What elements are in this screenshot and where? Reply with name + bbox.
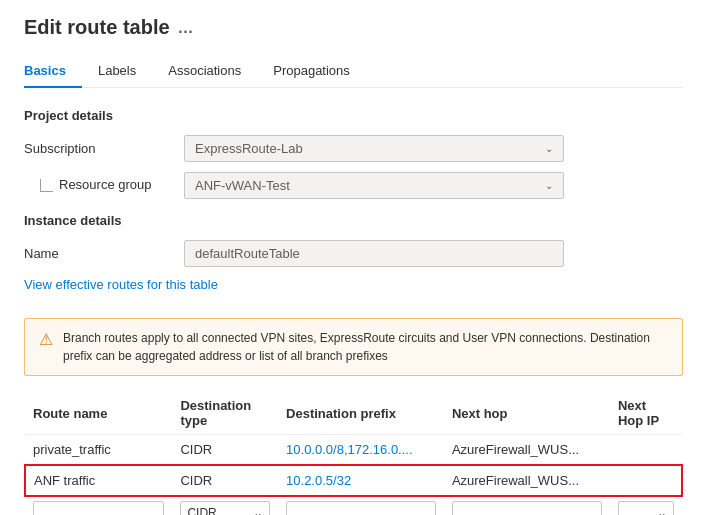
tab-propagations[interactable]: Propagations [257,55,366,88]
resource-group-value: ANF-vWAN-Test [195,178,290,193]
name-value: defaultRouteTable [184,240,564,267]
name-row: Name defaultRouteTable [24,240,683,267]
subscription-value: ExpressRoute-Lab [195,141,303,156]
next-hop-cell-highlighted: AzureFirewall_WUS... [444,465,610,496]
new-next-hop-input[interactable] [452,501,602,515]
col-route-name: Route name [25,392,172,435]
new-next-hop-cell[interactable] [444,496,610,515]
tab-associations[interactable]: Associations [152,55,257,88]
new-next-hop-ip-chevron-icon: ⌄ [657,506,667,515]
resource-group-row: Resource group ANF-vWAN-Test ⌄ [24,172,683,199]
new-route-name-cell[interactable] [25,496,172,515]
destination-type-cell-highlighted: CIDR [172,465,278,496]
new-destination-type-select[interactable]: CIDR ⌄ [180,501,270,515]
instance-details-title: Instance details [24,213,683,228]
col-destination-prefix: Destination prefix [278,392,444,435]
resource-group-label: Resource group [24,177,184,193]
instance-details-section: Instance details Name defaultRouteTable [24,213,683,267]
table-row: private_traffic CIDR 10.0.0.0/8,172.16.0… [25,435,682,466]
alert-text: Branch routes apply to all connected VPN… [63,329,668,365]
destination-prefix-link[interactable]: 10.0.0.0/8,172.16.0.... [286,442,413,457]
subscription-chevron-icon: ⌄ [545,143,553,154]
alert-banner: ⚠ Branch routes apply to all connected V… [24,318,683,376]
next-hop-ip-cell-highlighted [610,465,682,496]
table-header-row: Route name Destination type Destination … [25,392,682,435]
col-destination-type: Destination type [172,392,278,435]
project-details-section: Project details Subscription ExpressRout… [24,108,683,199]
new-next-hop-ip-select[interactable]: ⌄ [618,501,674,515]
route-name-cell-highlighted: ANF traffic [25,465,172,496]
next-hop-ip-cell [610,435,682,466]
routes-table: Route name Destination type Destination … [24,392,683,515]
page-header: Edit route table … [24,16,683,39]
new-destination-type-chevron-icon: ⌄ [253,506,263,515]
subscription-row: Subscription ExpressRoute-Lab ⌄ [24,135,683,162]
tab-basics[interactable]: Basics [24,55,82,88]
project-details-title: Project details [24,108,683,123]
table-new-row: CIDR ⌄ ⌄ [25,496,682,515]
name-label: Name [24,246,184,261]
destination-prefix-cell: 10.0.0.0/8,172.16.0.... [278,435,444,466]
new-destination-prefix-cell[interactable] [278,496,444,515]
destination-type-cell: CIDR [172,435,278,466]
route-name-cell: private_traffic [25,435,172,466]
destination-prefix-link-highlighted[interactable]: 10.2.0.5/32 [286,473,351,488]
col-next-hop-ip: Next Hop IP [610,392,682,435]
warning-icon: ⚠ [39,330,53,349]
next-hop-cell: AzureFirewall_WUS... [444,435,610,466]
new-next-hop-ip-cell[interactable]: ⌄ [610,496,682,515]
resource-group-select[interactable]: ANF-vWAN-Test ⌄ [184,172,564,199]
subscription-select[interactable]: ExpressRoute-Lab ⌄ [184,135,564,162]
destination-prefix-cell-highlighted: 10.2.0.5/32 [278,465,444,496]
resource-group-chevron-icon: ⌄ [545,180,553,191]
subscription-label: Subscription [24,141,184,156]
table-row-highlighted: ANF traffic CIDR 10.2.0.5/32 AzureFirewa… [25,465,682,496]
col-next-hop: Next hop [444,392,610,435]
tab-labels[interactable]: Labels [82,55,152,88]
new-route-name-input[interactable] [33,501,164,515]
new-destination-type-value: CIDR [187,506,216,515]
page-title: Edit route table [24,16,170,39]
new-destination-type-cell[interactable]: CIDR ⌄ [172,496,278,515]
tab-bar: Basics Labels Associations Propagations [24,55,683,88]
effective-routes-link[interactable]: View effective routes for this table [24,277,218,292]
new-destination-prefix-input[interactable] [286,501,436,515]
more-options-icon[interactable]: … [178,19,194,37]
